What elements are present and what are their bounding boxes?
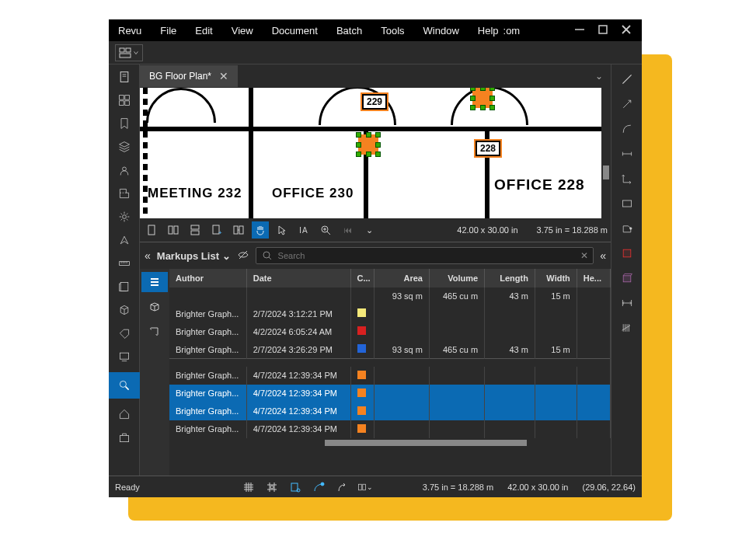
grid-summary-row: 93 sq m465 cu m43 m15 m (169, 287, 611, 305)
snap-grid-icon[interactable] (264, 479, 280, 495)
grid-header-row[interactable]: AuthorDateC...AreaVolumeLengthWidthHe... (169, 269, 611, 287)
svg-rect-35 (239, 226, 243, 234)
pen-tool-icon[interactable] (117, 232, 132, 248)
svg-rect-10 (119, 96, 124, 100)
tab-title: BG Floor Plan* (149, 71, 211, 82)
menu-window[interactable]: Window (423, 25, 459, 37)
tab-close-icon[interactable]: ✕ (219, 70, 228, 82)
area-tool-icon[interactable] (618, 245, 636, 262)
visibility-icon[interactable] (237, 249, 249, 263)
svg-line-45 (269, 257, 271, 260)
menu-view[interactable]: View (232, 25, 253, 37)
search-input[interactable] (278, 251, 577, 260)
split-v-icon[interactable] (186, 221, 204, 239)
line-tool-icon[interactable] (618, 71, 636, 88)
tag-icon[interactable] (117, 326, 132, 341)
menu-edit[interactable]: Edit (195, 25, 212, 37)
dimension-h-icon[interactable] (618, 145, 636, 162)
window-minimize-icon[interactable] (573, 23, 586, 38)
reuse-icon[interactable] (334, 479, 350, 495)
markup-shape-1[interactable] (358, 134, 378, 155)
menu-batch[interactable]: Batch (336, 25, 362, 37)
window-close-icon[interactable] (620, 23, 632, 38)
grid-hscroll[interactable] (169, 438, 611, 448)
drawing-canvas[interactable]: 229 228 MEETING 232 OFFICE 230 OFFICE 22… (140, 88, 611, 218)
measure-plan-icon[interactable] (117, 186, 132, 201)
new-page-icon[interactable]: + (208, 221, 225, 239)
paper-icon[interactable] (117, 279, 132, 294)
3d-icon[interactable] (117, 302, 132, 318)
bookmark-icon[interactable] (117, 116, 132, 131)
home-outline-icon[interactable] (117, 406, 132, 422)
arc-tool-icon[interactable] (618, 120, 636, 138)
script-icon[interactable] (141, 322, 168, 342)
3d-cube-icon[interactable] (141, 297, 168, 317)
document-tabs: BG Floor Plan* ✕ ⌄ (140, 64, 611, 88)
rectangle-tool-icon[interactable] (618, 195, 636, 212)
split-h-icon[interactable] (165, 221, 182, 239)
svg-point-57 (629, 228, 631, 229)
table-row[interactable]: Brighter Graph...2/7/2024 3:26:29 PM93 s… (169, 340, 611, 359)
width-tool-icon[interactable] (618, 294, 636, 312)
pan-tool-icon[interactable] (252, 221, 269, 239)
menu-file[interactable]: File (160, 25, 176, 37)
menu-help[interactable]: Help (478, 25, 499, 37)
menu-tools[interactable]: Tools (381, 25, 404, 37)
tab-overflow-icon[interactable]: ⌄ (595, 71, 611, 82)
window-maximize-icon[interactable] (597, 23, 609, 38)
canvas-vscroll[interactable] (601, 88, 611, 218)
volume-tool-icon[interactable] (618, 270, 636, 287)
snap-markup-icon[interactable] (311, 479, 326, 495)
text-select-icon[interactable]: IA (295, 221, 312, 239)
polygon-draw-icon[interactable] (618, 220, 636, 237)
markups-search[interactable]: ✕ (256, 247, 594, 264)
ruler-icon[interactable] (117, 256, 132, 271)
markups-grid[interactable]: AuthorDateC...AreaVolumeLengthWidthHe...… (169, 269, 611, 476)
table-row[interactable]: Brighter Graph...4/7/2024 12:39:34 PM (169, 402, 611, 420)
menu-revu[interactable]: Revu (118, 25, 141, 37)
menu-document[interactable]: Document (272, 25, 318, 37)
page-first-icon[interactable]: ⏮ (339, 221, 356, 239)
zoom-tool-icon[interactable] (317, 221, 334, 239)
count-tool-icon[interactable] (618, 319, 636, 336)
list-view-icon[interactable] (141, 272, 168, 292)
sync-icon[interactable]: ⌄ (357, 479, 373, 495)
markup-shape-2[interactable] (472, 88, 493, 108)
markups-title[interactable]: Markups List ⌄ (157, 250, 231, 262)
svg-text:I: I (299, 225, 301, 235)
thumbnails-icon[interactable] (117, 92, 132, 108)
layout-dropdown[interactable] (115, 44, 143, 61)
single-page-icon[interactable] (143, 221, 160, 239)
table-row[interactable]: Brighter Graph...4/7/2024 12:39:34 PM (169, 420, 611, 438)
table-row[interactable] (169, 359, 611, 367)
search-clear-icon[interactable]: ✕ (580, 250, 588, 261)
svg-point-24 (120, 381, 126, 387)
table-row[interactable]: Brighter Graph...4/7/2024 12:39:34 PM (169, 367, 611, 385)
sync-view-icon[interactable] (230, 221, 247, 239)
svg-rect-29 (174, 226, 178, 234)
table-row[interactable]: Brighter Graph...4/7/2024 12:39:34 PM (169, 385, 611, 402)
file-access-icon[interactable] (117, 69, 132, 85)
monitor-icon[interactable] (117, 349, 132, 364)
layers-icon[interactable] (117, 139, 132, 155)
collapse-panel-icon[interactable]: « (145, 249, 151, 262)
pointer-tool-icon[interactable] (273, 221, 291, 239)
snap-content-icon[interactable] (287, 479, 303, 495)
svg-text:+: + (218, 229, 222, 236)
table-row[interactable]: Brighter Graph...2/7/2024 3:12:21 PM (169, 305, 611, 322)
document-tab[interactable]: BG Floor Plan* ✕ (140, 65, 238, 87)
status-dims: 42.00 x 30.00 in (507, 483, 568, 492)
settings-icon[interactable] (117, 209, 132, 225)
table-row[interactable]: Brighter Graph...4/2/2024 6:05:24 AM (169, 322, 611, 340)
search-panel-icon[interactable] (109, 372, 140, 399)
dimension-vh-icon[interactable] (618, 170, 636, 187)
status-bar: Ready ⌄ 3.75 in = 18.288 m 42.00 x 30.00… (109, 476, 642, 497)
grid-icon[interactable] (241, 479, 256, 495)
room-number-229[interactable]: 229 (362, 94, 387, 110)
room-number-228[interactable]: 228 (476, 141, 500, 156)
toolbox-icon[interactable] (117, 430, 132, 445)
expand-right-icon[interactable]: « (600, 249, 606, 262)
page-dropdown-icon[interactable]: ⌄ (361, 221, 378, 239)
spaces-icon[interactable] (117, 162, 132, 178)
arrow-tool-icon[interactable] (618, 96, 636, 113)
